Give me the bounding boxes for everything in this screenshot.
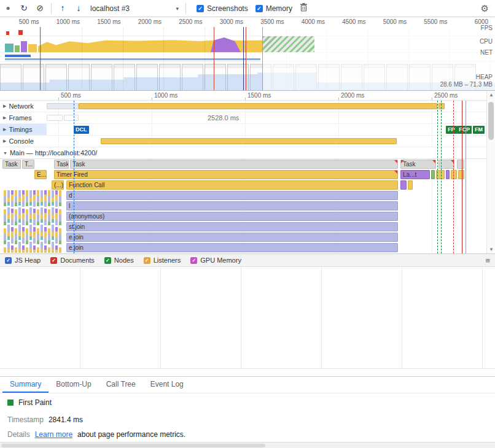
flame-bar[interactable]: La...t [400, 170, 430, 179]
flame-bar[interactable]: st.join [66, 222, 398, 231]
main-track-header[interactable]: ▼ Main — http://localhost:4200/ [0, 147, 486, 159]
learn-more-link[interactable]: Learn more [35, 430, 72, 439]
flame-bar[interactable]: e.join [66, 233, 398, 242]
flame-bar[interactable]: e.join [66, 243, 398, 252]
counter-js-heap[interactable]: ✓JS Heap [5, 257, 41, 264]
profile-select[interactable]: localhost #3 ▾ [90, 4, 182, 13]
track-label-console[interactable]: ▶ Console [0, 136, 47, 147]
dcl-badge[interactable]: DCL [74, 126, 89, 134]
flame-bar[interactable]: Timer Fired [54, 170, 398, 179]
screenshots-checkbox[interactable]: ✓ Screenshots [197, 4, 248, 13]
memory-chart[interactable] [0, 267, 495, 369]
flame-bar[interactable] [451, 170, 457, 179]
counter-documents[interactable]: ✓Documents [50, 257, 95, 264]
flame-chart-panel: 500 ms1000 ms1500 ms2000 ms2500 ms3000 m… [0, 91, 495, 253]
flame-bar[interactable] [408, 180, 413, 190]
flame-bar[interactable] [400, 180, 407, 190]
flame-bar[interactable]: d [66, 191, 398, 200]
overview-tick-label: 1500 ms [78, 18, 121, 25]
flame-bar[interactable] [446, 170, 450, 179]
flame-row: e.join [0, 232, 486, 242]
flame-row: (anonymous) [0, 211, 486, 222]
trash-icon[interactable] [300, 3, 308, 14]
timeline-tickmark [245, 98, 246, 100]
flame-row: TaskT...TaskTaskTask [0, 159, 486, 169]
vertical-scrollbar[interactable]: ▲ ▼ [486, 91, 495, 253]
flame-bar[interactable]: l [66, 201, 398, 210]
gear-icon[interactable]: ⚙ [481, 3, 489, 14]
checkbox-checked-icon: ✓ [197, 5, 204, 12]
overview-tick-label: 4000 ms [282, 18, 325, 25]
flame-bar[interactable] [458, 170, 464, 179]
overview-tick-label: 5500 ms [405, 18, 448, 25]
overview-tick-label: 4500 ms [323, 18, 366, 25]
fps-lane-label: FPS [481, 25, 493, 31]
flame-row: st.join [0, 222, 486, 232]
memory-checkbox[interactable]: ✓ Memory [255, 4, 292, 13]
flame-bar[interactable]: E... [34, 170, 47, 179]
counter-gpu-memory[interactable]: ✓GPU Memory [190, 257, 241, 264]
scroll-up-icon[interactable]: ▲ [487, 92, 495, 98]
track-bar[interactable] [438, 103, 445, 109]
tab-event-log[interactable]: Event Log [143, 377, 191, 393]
flame-bar[interactable]: Task [2, 160, 21, 169]
flame-mini-column [7, 190, 10, 253]
fcp-marker-line [441, 101, 442, 253]
scrollbar-thumb[interactable] [488, 102, 494, 140]
track-label-timings[interactable]: ▶ Timings [0, 124, 47, 135]
flame-bar[interactable]: Task [70, 160, 398, 169]
selection-right-handle[interactable] [262, 27, 263, 90]
track-bar[interactable] [101, 138, 397, 144]
horizontal-scrollbar[interactable] [0, 442, 495, 448]
timeline-tick-label: 1500 ms [248, 92, 271, 99]
fp-badge[interactable]: FP [446, 126, 457, 134]
counter-nodes[interactable]: ✓Nodes [104, 257, 134, 264]
flame-bar[interactable]: Function Call [66, 180, 398, 190]
timings-track: DCL FP FCP FM ▶ Timings [0, 124, 486, 136]
record-icon[interactable]: ● [0, 0, 16, 17]
track-name: Console [9, 137, 33, 145]
timeline-tickmark [58, 98, 59, 100]
flame-row: (...)Function Call [0, 180, 486, 190]
flame-bar[interactable]: (anonymous) [66, 212, 398, 221]
track-label-network[interactable]: ▶ Network [0, 101, 47, 112]
tab-call-tree[interactable]: Call Tree [99, 377, 143, 393]
fcp-badge[interactable]: FCP [457, 126, 472, 134]
tab-bottom-up[interactable]: Bottom-Up [49, 377, 98, 393]
flame-mini-column [52, 190, 54, 253]
fmp-badge[interactable]: FM [473, 126, 485, 134]
track-bar[interactable] [64, 115, 79, 121]
scrollbar-thumb[interactable] [1, 444, 265, 447]
counter-label: JS Heap [15, 257, 41, 264]
clear-icon[interactable]: ⊘ [32, 0, 48, 17]
marker-line [466, 101, 466, 253]
load-profile-icon[interactable]: ↑ [55, 0, 71, 17]
flame-bar[interactable] [457, 160, 464, 169]
counter-label: Nodes [114, 257, 134, 264]
network-track: ▶ Network [0, 101, 486, 112]
hamburger-menu-icon[interactable]: ≡ [485, 256, 490, 265]
heap-lane-label: HEAP [476, 74, 493, 80]
overview-tick-label: 500 ms [0, 18, 39, 25]
flame-bar[interactable]: T... [22, 160, 34, 169]
reload-icon[interactable]: ↻ [16, 0, 32, 17]
counter-listeners[interactable]: ✓Listeners [144, 257, 181, 264]
tab-summary[interactable]: Summary [2, 377, 49, 393]
track-label-frames[interactable]: ▶ Frames [0, 112, 47, 123]
dcl-marker-line [40, 27, 41, 90]
overview-timeline[interactable]: FPS CPU NET HEAP 28.6 MB – 71.3 MB 500 m… [0, 17, 495, 91]
scroll-down-icon[interactable]: ▼ [487, 247, 495, 252]
track-bar[interactable] [47, 115, 63, 121]
timestamp-value: 2841.4 ms [49, 415, 83, 424]
flame-bar[interactable] [431, 170, 435, 179]
overview-tick-label: 3500 ms [241, 18, 284, 25]
overview-tick-label: 3000 ms [200, 18, 243, 25]
track-bar[interactable] [79, 103, 437, 109]
save-profile-icon[interactable]: ↓ [71, 0, 87, 17]
timeline-tickmark [152, 98, 152, 100]
flame-mini-column [55, 190, 58, 253]
flame-bar[interactable]: Task [54, 160, 69, 169]
screenshots-label: Screenshots [207, 4, 248, 13]
flame-bar[interactable]: Task [400, 160, 436, 169]
flame-bar[interactable]: (...) [52, 180, 64, 190]
